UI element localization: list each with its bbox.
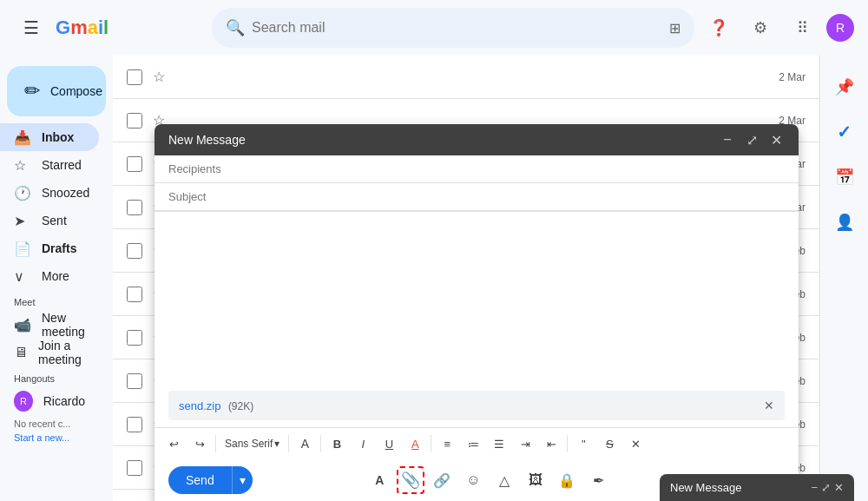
quote-button[interactable]: " [571, 432, 595, 456]
undo-button[interactable]: ↩ [161, 432, 186, 456]
sidebar: ✏ Compose 📥 Inbox ☆ Starred 🕐 Snoozed ➤ … [0, 56, 113, 501]
search-bar[interactable]: 🔍 ⊞ [212, 8, 694, 48]
sidebar-item-more[interactable]: ∨ More [0, 262, 99, 290]
mini-compose-actions: − ⤢ ✕ [811, 481, 844, 494]
align-button[interactable]: ≡ [435, 432, 459, 456]
italic-button[interactable]: I [351, 432, 375, 456]
recipients-input[interactable] [168, 162, 785, 175]
send-options-button[interactable]: ▾ [232, 466, 253, 494]
topbar-left: ☰ Gmail [14, 10, 205, 45]
inbox-icon: 📥 [14, 129, 31, 146]
sidebar-item-snoozed[interactable]: 🕐 Snoozed [0, 179, 99, 207]
strikethrough-button[interactable]: S [597, 432, 621, 456]
sidebar-item-hangouts-user[interactable]: R Ricardo [0, 387, 99, 415]
email-checkbox[interactable] [127, 200, 142, 215]
mini-expand-button[interactable]: ⤢ [821, 481, 831, 494]
send-button[interactable]: Send [168, 466, 232, 494]
insert-photo-button[interactable]: 🖼 [522, 466, 549, 494]
apps-button[interactable]: ⠿ [785, 10, 819, 45]
email-checkbox[interactable] [127, 373, 142, 389]
remove-format-button[interactable]: ✕ [623, 432, 648, 456]
bottom-tools: A 📎 🔗 ☺ △ 🖼 🔒 ✒ [365, 466, 612, 494]
insert-drive-button[interactable]: △ [490, 466, 518, 494]
help-button[interactable]: ❓ [701, 10, 736, 45]
new-meeting-icon: 📹 [14, 317, 31, 333]
starred-icon: ☆ [14, 157, 31, 174]
main: ✏ Compose 📥 Inbox ☆ Starred 🕐 Snoozed ➤ … [0, 56, 868, 501]
attachment-bar: send.zip (92K) ✕ [168, 391, 785, 420]
mini-minimize-button[interactable]: − [811, 481, 818, 494]
outdent-button[interactable]: ⇤ [539, 432, 563, 456]
search-filter-icon[interactable]: ⊞ [669, 20, 681, 36]
toolbar-divider [215, 435, 216, 452]
underline-button[interactable]: U [377, 432, 401, 456]
compose-close-button[interactable]: ✕ [767, 131, 785, 148]
sidebar-item-drafts[interactable]: 📄 Drafts [0, 234, 99, 262]
mini-close-button[interactable]: ✕ [834, 481, 844, 494]
compose-modal-title: New Message [168, 133, 246, 147]
email-checkbox[interactable] [127, 287, 142, 302]
insert-emoji-button[interactable]: ☺ [459, 466, 487, 494]
toolbar-divider [288, 435, 289, 452]
more-label: More [42, 269, 69, 283]
compose-fields [155, 155, 799, 212]
attachment-close-button[interactable]: ✕ [764, 399, 774, 412]
attach-file-button[interactable]: 📎 [397, 466, 424, 494]
confidential-mode-button[interactable]: 🔒 [553, 466, 581, 494]
insert-link-button[interactable]: 🔗 [428, 466, 456, 494]
sidebar-item-inbox[interactable]: 📥 Inbox [0, 123, 99, 151]
compose-plus-icon: ✏ [24, 80, 40, 102]
ordered-list-button[interactable]: ≔ [461, 432, 485, 456]
start-new-text[interactable]: Start a new... [0, 432, 113, 446]
drafts-icon: 📄 [14, 241, 31, 257]
hamburger-menu[interactable]: ☰ [14, 10, 49, 45]
font-size-button[interactable]: A [293, 432, 317, 456]
avatar[interactable]: R [826, 14, 854, 42]
keep-button[interactable]: 📌 [827, 69, 862, 104]
email-checkbox[interactable] [127, 243, 142, 259]
contacts-button[interactable]: 👤 [827, 205, 862, 240]
email-checkbox[interactable] [127, 417, 142, 432]
font-color-button[interactable]: A [403, 432, 427, 456]
format-text-button[interactable]: A [365, 466, 393, 494]
tasks-button[interactable]: ✓ [827, 115, 862, 149]
settings-button[interactable]: ⚙ [743, 10, 778, 45]
calendar-button[interactable]: 📅 [827, 160, 862, 194]
compose-button[interactable]: ✏ Compose [7, 66, 106, 116]
email-checkbox[interactable] [127, 113, 142, 129]
sidebar-item-join-meeting[interactable]: 🖥 Join a meeting [0, 339, 99, 366]
toolbar-divider [320, 435, 321, 452]
inbox-label: Inbox [42, 130, 74, 144]
compose-body[interactable] [155, 212, 799, 384]
star-icon[interactable]: ☆ [153, 69, 165, 85]
bold-button[interactable]: B [325, 432, 349, 456]
email-checkbox[interactable] [127, 330, 142, 346]
indent-button[interactable]: ⇥ [513, 432, 537, 456]
font-family-dropdown[interactable]: Sans Serif ▾ [220, 432, 285, 456]
join-meeting-icon: 🖥 [14, 345, 28, 360]
unordered-list-button[interactable]: ☰ [487, 432, 511, 456]
font-family-label: Sans Serif [225, 438, 273, 450]
insert-signature-button[interactable]: ✒ [584, 466, 612, 494]
table-row[interactable]: ☆ 2 Mar [113, 56, 819, 99]
send-button-group: Send ▾ [168, 466, 253, 494]
sidebar-item-new-meeting[interactable]: 📹 New meeting [0, 311, 99, 339]
gmail-logo: Gmail [56, 16, 108, 39]
subject-input[interactable] [168, 190, 785, 203]
starred-label: Starred [42, 158, 82, 172]
email-checkbox[interactable] [127, 156, 142, 172]
email-checkbox[interactable] [127, 69, 142, 85]
email-checkbox[interactable] [127, 460, 142, 476]
compose-modal: New Message − ⤢ ✕ [155, 124, 799, 501]
compose-expand-button[interactable]: ⤢ [743, 131, 760, 148]
attachment-name[interactable]: send.zip [179, 399, 220, 412]
snoozed-icon: 🕐 [14, 185, 31, 201]
mini-compose: New Message − ⤢ ✕ [660, 474, 854, 501]
compose-minimize-button[interactable]: − [719, 131, 736, 148]
sidebar-item-sent[interactable]: ➤ Sent [0, 207, 99, 234]
join-meeting-label: Join a meeting [38, 339, 85, 366]
sidebar-item-starred[interactable]: ☆ Starred [0, 151, 99, 179]
search-input[interactable] [252, 20, 662, 36]
redo-button[interactable]: ↪ [187, 432, 212, 456]
compose-body-input[interactable] [168, 222, 785, 370]
